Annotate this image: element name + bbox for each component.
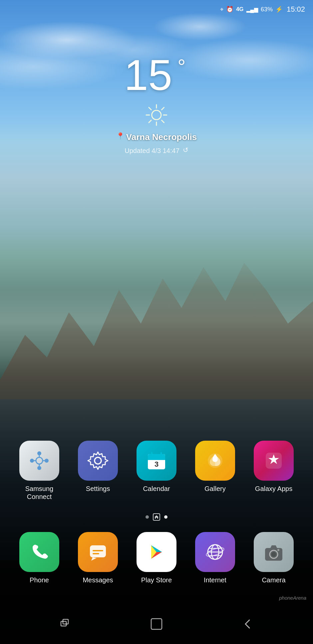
svg-line-8 xyxy=(149,120,151,123)
svg-rect-29 xyxy=(93,553,99,554)
calendar-icon: 3 xyxy=(137,441,176,481)
galaxy-apps-icon xyxy=(254,441,294,481)
weather-widget[interactable]: 15° 📍 Varna Necropolis Updated 4/3 14:47… xyxy=(116,53,197,155)
svg-point-11 xyxy=(45,459,49,463)
calendar-svg: 3 xyxy=(145,449,168,472)
nav-bar xyxy=(0,604,313,644)
app-galaxy-apps[interactable]: Galaxy Apps xyxy=(249,441,299,493)
svg-point-9 xyxy=(36,457,43,464)
internet-svg xyxy=(204,541,226,563)
degree-symbol: ° xyxy=(177,57,185,77)
battery-charging-icon: ⚡ xyxy=(275,6,283,13)
bluetooth-icon: ⌖ xyxy=(220,6,223,13)
svg-point-12 xyxy=(37,466,41,470)
svg-line-6 xyxy=(162,120,164,123)
recent-apps-icon xyxy=(60,618,72,630)
page-dot-active[interactable] xyxy=(164,515,167,519)
phone-svg xyxy=(28,541,51,563)
samsung-connect-svg xyxy=(28,449,51,472)
svg-point-39 xyxy=(271,552,276,557)
svg-rect-43 xyxy=(151,619,162,629)
sun-icon xyxy=(145,103,168,127)
app-settings[interactable]: Settings xyxy=(73,441,123,493)
back-icon xyxy=(241,618,253,630)
svg-point-10 xyxy=(37,451,41,455)
camera-label: Camera xyxy=(262,576,285,584)
svg-point-13 xyxy=(30,459,34,463)
app-gallery[interactable]: Gallery xyxy=(190,441,240,493)
location-pin-icon: 📍 xyxy=(116,132,125,140)
page-dot-home[interactable] xyxy=(153,513,160,521)
samsung-connect-icon xyxy=(19,441,59,481)
messages-icon xyxy=(78,532,118,572)
dock-camera[interactable]: Camera xyxy=(249,532,299,584)
svg-point-18 xyxy=(95,457,101,464)
messages-svg xyxy=(87,541,109,563)
internet-icon xyxy=(195,532,235,572)
home-nav-icon xyxy=(151,618,162,630)
dock: Phone Messages Play Store xyxy=(0,532,313,584)
internet-label: Internet xyxy=(204,576,226,584)
battery-percent: 63% xyxy=(261,6,273,13)
weather-refresh-icon[interactable]: ↺ xyxy=(183,146,188,154)
svg-point-40 xyxy=(277,549,279,551)
galaxy-apps-svg xyxy=(262,449,285,472)
page-dot-1[interactable] xyxy=(146,515,149,519)
back-button[interactable] xyxy=(234,611,261,637)
play-store-label: Play Store xyxy=(141,576,172,584)
recent-apps-button[interactable] xyxy=(52,611,79,637)
play-store-svg xyxy=(145,541,168,563)
calendar-label: Calendar xyxy=(143,485,170,493)
gallery-svg xyxy=(204,449,226,472)
messages-label: Messages xyxy=(83,576,113,584)
samsung-connect-label: SamsungConnect xyxy=(25,485,54,501)
gallery-icon xyxy=(195,441,235,481)
app-grid: SamsungConnect Settings 3 Calendar xyxy=(0,441,313,501)
phone-icon xyxy=(19,532,59,572)
settings-icon xyxy=(78,441,118,481)
svg-text:3: 3 xyxy=(155,460,158,468)
svg-point-0 xyxy=(152,110,161,120)
watermark: phoneArena xyxy=(279,595,306,601)
camera-svg xyxy=(262,541,285,563)
svg-rect-28 xyxy=(93,550,103,551)
dock-play-store[interactable]: Play Store xyxy=(132,532,181,584)
dock-messages[interactable]: Messages xyxy=(73,532,123,584)
home-icon xyxy=(155,515,158,519)
app-calendar[interactable]: 3 Calendar xyxy=(132,441,181,493)
alarm-icon: ⏰ xyxy=(226,6,233,13)
page-indicators xyxy=(146,513,167,521)
settings-label: Settings xyxy=(86,485,110,493)
gallery-label: Gallery xyxy=(204,485,225,493)
status-time: 15:02 xyxy=(287,5,305,14)
camera-icon xyxy=(254,532,294,572)
4g-icon: 4G xyxy=(236,6,244,13)
svg-line-7 xyxy=(162,107,164,110)
phone-label: Phone xyxy=(30,576,49,584)
settings-svg xyxy=(87,449,109,472)
signal-icon: ▂▄▆ xyxy=(246,6,258,13)
temperature-value: 15 xyxy=(124,51,172,99)
status-bar: ⌖ ⏰ 4G ▂▄▆ 63% ⚡ 15:02 xyxy=(0,0,313,19)
weather-updated: Updated 4/3 14:47 xyxy=(125,147,179,155)
temperature-display: 15° xyxy=(124,53,172,97)
app-samsung-connect[interactable]: SamsungConnect xyxy=(14,441,64,501)
weather-location: Varna Necropolis xyxy=(126,132,197,142)
svg-line-5 xyxy=(149,107,151,110)
dock-phone[interactable]: Phone xyxy=(14,532,64,584)
galaxy-apps-label: Galaxy Apps xyxy=(255,485,292,493)
home-button[interactable] xyxy=(143,611,170,637)
dock-internet[interactable]: Internet xyxy=(190,532,240,584)
play-store-icon xyxy=(137,532,176,572)
